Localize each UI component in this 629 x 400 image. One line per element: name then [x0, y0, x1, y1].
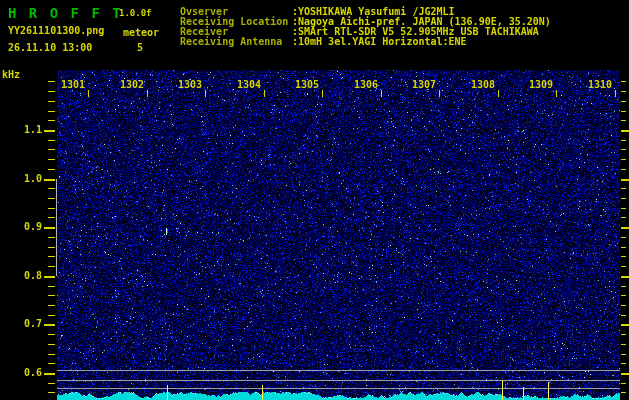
- output-filename: YY2611101300.png: [8, 25, 104, 36]
- freq-tick-label: 1.1: [0, 124, 42, 135]
- app-title: H R O F F T: [8, 5, 123, 21]
- time-tick-label: 1307: [394, 79, 436, 90]
- hrofft-window: H R O F F T 1.0.0f YY2611101300.png mete…: [0, 0, 629, 400]
- freq-tick-label: 0.8: [0, 270, 42, 281]
- time-tick-label: 1302: [102, 79, 144, 90]
- spectrogram-canvas: [0, 0, 629, 400]
- time-tick-label: 1309: [511, 79, 553, 90]
- station-info: Ovserver:YOSHIKAWA Yasufumi /JG2MLIRecei…: [180, 7, 551, 47]
- app-version: 1.0.0f: [119, 8, 152, 18]
- station-info-row: Receiving Antenna:10mH 3el.YAGI Horizont…: [180, 37, 551, 47]
- time-tick-label: 1303: [160, 79, 202, 90]
- freq-tick-label: 0.6: [0, 367, 42, 378]
- time-tick-label: 1301: [43, 79, 85, 90]
- freq-axis-unit: kHz: [2, 69, 20, 80]
- time-tick-label: 1306: [336, 79, 378, 90]
- observation-datetime: 26.11.10 13:00: [8, 42, 92, 53]
- info-label: Receiving Antenna: [180, 37, 292, 47]
- time-tick-label: 1305: [277, 79, 319, 90]
- mode-label: meteor: [123, 27, 159, 38]
- meteor-count: 5: [128, 42, 152, 53]
- time-tick-label: 1310: [570, 79, 612, 90]
- freq-tick-label: 1.0: [0, 173, 42, 184]
- info-value: :10mH 3el.YAGI Horizontal:ENE: [292, 36, 467, 47]
- freq-tick-label: 0.9: [0, 221, 42, 232]
- freq-tick-label: 0.7: [0, 318, 42, 329]
- time-tick-label: 1308: [453, 79, 495, 90]
- time-tick-label: 1304: [219, 79, 261, 90]
